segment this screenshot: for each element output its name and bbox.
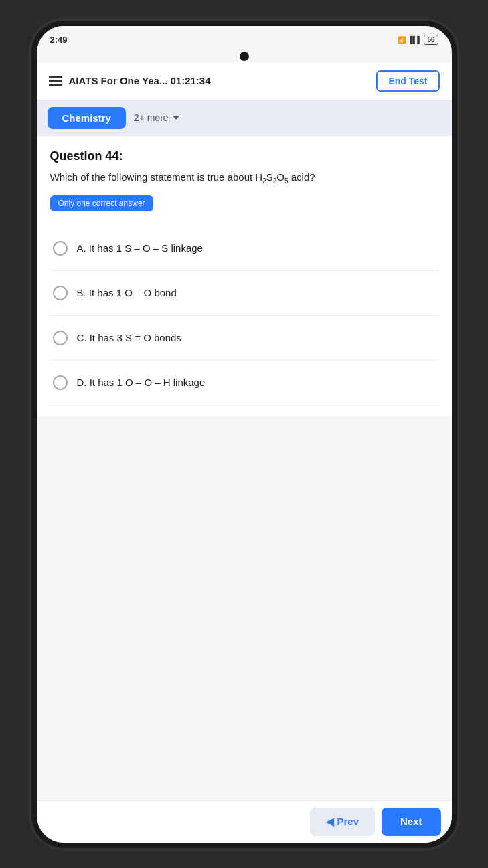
end-test-button[interactable]: End Test (376, 70, 439, 92)
tab-bar: Chemistry 2+ more (37, 100, 452, 136)
status-time: 2:49 (50, 35, 68, 45)
option-c-text: C. It has 3 S = O bonds (77, 332, 181, 343)
question-number: Question 44: (50, 149, 438, 163)
answer-badge: Only one correct answer (50, 195, 153, 211)
wifi-icon: ▐▌▌ (408, 36, 422, 44)
main-content: Question 44: Which of the following stat… (37, 136, 452, 416)
prev-button[interactable]: ◀ Prev (310, 808, 375, 836)
option-d[interactable]: D. It has 1 O – O – H linkage (50, 361, 438, 406)
question-text-part1: Which of the following statement is true… (50, 171, 263, 183)
question-text-part4: acid? (289, 171, 315, 183)
signal-icon: 📶 (398, 36, 406, 44)
radio-b[interactable] (53, 286, 68, 300)
battery-indicator: 56 (424, 35, 438, 45)
question-text: Which of the following statement is true… (50, 170, 438, 186)
option-a[interactable]: A. It has 1 S – O – S linkage (50, 226, 438, 271)
option-b-text: B. It has 1 O – O bond (77, 287, 177, 298)
radio-a[interactable] (53, 241, 68, 256)
radio-c[interactable] (53, 331, 68, 345)
question-text-o: O (276, 171, 284, 183)
camera-area (37, 52, 452, 61)
tab-more-button[interactable]: 2+ more (134, 112, 179, 123)
chevron-down-icon (173, 116, 179, 120)
content-area: Question 44: Which of the following stat… (37, 136, 452, 808)
header-left: AIATS For One Yea... 01:21:34 (49, 75, 211, 86)
tab-more-label: 2+ more (134, 112, 169, 123)
app-header: AIATS For One Yea... 01:21:34 End Test (37, 62, 452, 100)
option-a-text: A. It has 1 S – O – S linkage (77, 242, 203, 254)
option-d-text: D. It has 1 O – O – H linkage (77, 377, 206, 388)
option-c[interactable]: C. It has 3 S = O bonds (50, 316, 438, 361)
header-title: AIATS For One Yea... 01:21:34 (69, 75, 211, 86)
status-bar: 2:49 📶 ▐▌▌ 56 (37, 26, 452, 52)
camera-dot (240, 52, 249, 61)
option-b[interactable]: B. It has 1 O – O bond (50, 271, 438, 316)
phone-frame: 2:49 📶 ▐▌▌ 56 AIATS For One Yea... 01:21… (37, 26, 452, 843)
options-container: A. It has 1 S – O – S linkage B. It has … (50, 226, 438, 406)
bottom-nav: ◀ Prev Next (37, 800, 452, 843)
question-text-s: S (266, 171, 273, 183)
status-icons: 📶 ▐▌▌ 56 (398, 35, 438, 45)
radio-d[interactable] (53, 375, 68, 390)
menu-icon[interactable] (49, 76, 62, 86)
next-button[interactable]: Next (382, 808, 441, 836)
tab-chemistry[interactable]: Chemistry (48, 107, 126, 129)
